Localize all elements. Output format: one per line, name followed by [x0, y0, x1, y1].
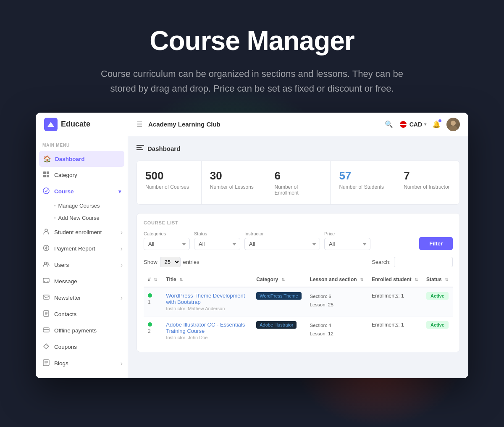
svg-rect-7 [47, 175, 49, 177]
breadcrumb-text: Dashboard [147, 145, 180, 152]
sidebar-item-manage-courses[interactable]: Manage Courses [36, 200, 128, 212]
hamburger-icon[interactable]: ☰ [136, 120, 142, 128]
svg-rect-5 [47, 171, 49, 174]
row-lesson: Section: 4Lesson: 12 [306, 316, 368, 345]
notification-dot [438, 119, 441, 122]
svg-rect-14 [43, 295, 49, 299]
blogs-icon [42, 359, 50, 367]
table-row: 1 WordPress Theme Development with Boots… [144, 287, 453, 316]
filter-instructor: Instructor All [244, 231, 320, 250]
offline-payments-icon [42, 327, 50, 335]
svg-point-11 [45, 262, 47, 264]
filter-status: Status All [194, 231, 240, 250]
stat-card-lessons: 30 Number of Lessons [202, 161, 266, 204]
col-lesson: Lesson and section ⇅ [306, 272, 368, 287]
filter-button[interactable]: Filter [419, 237, 453, 250]
sidebar-item-label: Blogs [54, 360, 68, 366]
svg-point-12 [47, 262, 48, 264]
currency-label: CAD [410, 121, 422, 128]
stat-card-instructors: 7 Number of Instructor [395, 161, 459, 204]
course-title-link[interactable]: WordPress Theme Development with Bootstr… [166, 293, 245, 305]
enrollments-text: Enrollments: 1 [372, 322, 404, 328]
row-status: Active [422, 316, 453, 345]
sidebar-item-newsletter[interactable]: Newsletter [36, 290, 128, 306]
course-title-link[interactable]: Adobe Illustrator CC - Essentials Traini… [166, 322, 245, 334]
topbar: Educate ☰ Academy Learning Club 🔍 CAD ▾ … [36, 113, 468, 136]
active-dot [148, 322, 152, 327]
sidebar-item-label: Coupons [54, 344, 77, 350]
notifications-icon[interactable]: 🔔 [432, 120, 441, 128]
categories-label: Categories [144, 231, 190, 236]
table-controls: Show 25 10 50 entries Search: [144, 257, 453, 267]
sidebar-item-label: Student enrollment [54, 229, 102, 235]
newsletter-icon [42, 294, 50, 302]
stat-label-lessons: Number of Lessons [210, 184, 257, 190]
svg-point-8 [43, 188, 49, 194]
contacts-icon [42, 310, 50, 318]
sidebar-item-payment-report[interactable]: Payment Report [36, 240, 128, 257]
svg-rect-1 [49, 124, 52, 125]
svg-rect-6 [43, 175, 46, 177]
add-new-course-label: Add New Course [58, 215, 100, 221]
logo-area: Educate [44, 118, 136, 131]
stat-label-courses: Number of Courses [145, 184, 193, 190]
row-title-cell: Adobe Illustrator CC - Essentials Traini… [162, 316, 252, 345]
stat-number-students: 57 [339, 169, 386, 182]
search-label: Search: [372, 259, 391, 265]
sidebar-item-category[interactable]: Category [36, 167, 128, 183]
sidebar: MAIN MENU 🏠 Dashboard Category [36, 136, 128, 378]
filter-categories: Categories All [144, 231, 190, 250]
price-label: Price [324, 231, 370, 236]
lesson-info: Section: 4Lesson: 12 [310, 322, 363, 338]
message-icon [42, 277, 50, 285]
stats-row: 500 Number of Courses 30 Number of Lesso… [136, 161, 460, 205]
hero-section: Course Manager Course curriculum can be … [0, 0, 504, 113]
sidebar-item-label: Category [54, 172, 77, 178]
category-badge: Adobe Illustrator [256, 321, 297, 329]
categories-select[interactable]: All [144, 238, 190, 250]
svg-point-3 [449, 126, 457, 131]
svg-point-21 [47, 345, 47, 346]
table-search-input[interactable] [394, 257, 453, 267]
sidebar-item-offline-payments[interactable]: Offline payments [36, 322, 128, 339]
svg-rect-19 [43, 328, 49, 332]
filter-price: Price All [324, 231, 370, 250]
sidebar-item-student-enrollment[interactable]: Student enrollment [36, 224, 128, 240]
price-select[interactable]: All [324, 238, 370, 250]
course-instructor: Instructor: John Doe [166, 335, 248, 340]
entries-select[interactable]: 25 10 50 [160, 257, 181, 267]
active-dot [148, 293, 152, 298]
search-icon[interactable]: 🔍 [385, 120, 393, 128]
logo-icon [44, 118, 58, 131]
coupons-icon [42, 343, 50, 351]
sidebar-item-dashboard[interactable]: 🏠 Dashboard [39, 151, 124, 167]
show-entries: Show 25 10 50 entries [144, 257, 200, 267]
stat-card-enrollment: 6 Number of Enrollment [266, 161, 331, 204]
show-label: Show [144, 259, 158, 265]
row-lesson: Section: 6Lesson: 25 [306, 287, 368, 316]
sidebar-item-course[interactable]: Course ▾ [36, 183, 128, 200]
sidebar-item-coupons[interactable]: Coupons [36, 339, 128, 355]
table-row: 2 Adobe Illustrator CC - Essentials Trai… [144, 316, 453, 345]
sidebar-item-label: Users [54, 262, 69, 268]
app-window: Educate ☰ Academy Learning Club 🔍 CAD ▾ … [36, 113, 468, 378]
entries-label: entries [183, 259, 200, 265]
sidebar-item-blogs[interactable]: Blogs [36, 355, 128, 372]
stat-label-enrollment: Number of Enrollment [275, 184, 322, 196]
stat-number-instructors: 7 [404, 169, 451, 182]
sidebar-item-users[interactable]: Users [36, 257, 128, 273]
instructor-select[interactable]: All [244, 238, 320, 250]
sidebar-item-label: Dashboard [55, 156, 85, 162]
sidebar-item-message[interactable]: Message [36, 273, 128, 290]
row-num: 1 [144, 287, 162, 316]
currency-selector[interactable]: CAD ▾ [399, 120, 426, 129]
filters-row: Categories All Status All Instructor [144, 231, 453, 250]
breadcrumb: Dashboard [136, 145, 460, 152]
dashboard-icon: 🏠 [43, 155, 51, 163]
user-avatar[interactable] [446, 118, 460, 131]
sidebar-item-add-new-course[interactable]: Add New Course [36, 212, 128, 224]
row-num: 2 [144, 316, 162, 345]
status-select[interactable]: All [194, 238, 240, 250]
stat-card-courses: 500 Number of Courses [137, 161, 202, 204]
sidebar-item-contacts[interactable]: Contacts [36, 306, 128, 322]
